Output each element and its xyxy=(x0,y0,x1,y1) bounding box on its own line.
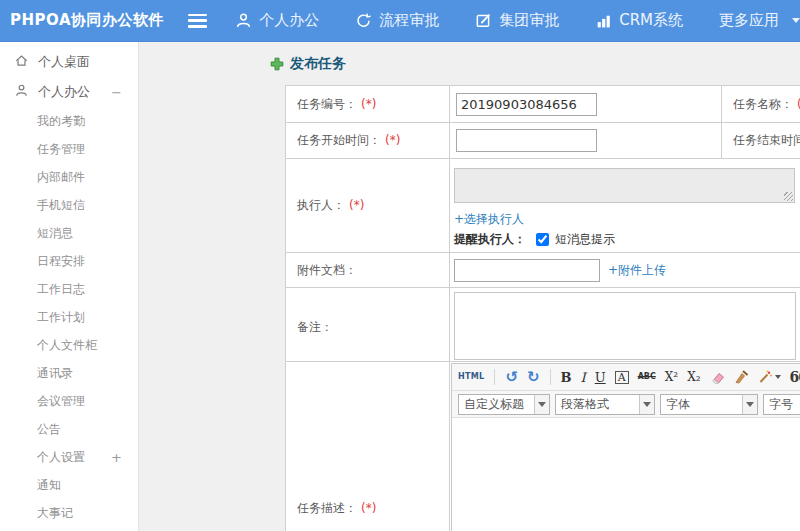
task-number-field-cell xyxy=(450,86,722,123)
underline-button[interactable]: U xyxy=(595,371,606,384)
collapse-icon[interactable]: − xyxy=(111,85,122,100)
resize-handle[interactable] xyxy=(784,192,793,201)
sidebar-item-label: 大事记 xyxy=(37,505,73,522)
task-number-label-cell: 任务编号：(*) xyxy=(286,86,450,123)
remark-field-cell xyxy=(450,288,800,368)
remind-executor-label: 提醒执行人： xyxy=(454,231,526,248)
sidebar-item-label: 任务管理 xyxy=(37,141,85,158)
font-family-select[interactable]: 字体 xyxy=(660,394,758,415)
end-time-label-cell: 任务结束时间：(*) xyxy=(722,123,800,159)
sidebar-item-announcement[interactable]: 公告 xyxy=(0,415,138,443)
nav-personal-office[interactable]: 个人办公 xyxy=(235,11,319,30)
expand-icon[interactable]: + xyxy=(111,450,122,465)
sidebar-item-notification[interactable]: 通知 xyxy=(0,471,138,499)
sidebar-item-label: 短消息 xyxy=(37,225,73,242)
sidebar-item-personal-office[interactable]: 个人办公 − xyxy=(0,77,138,107)
sidebar-item-my-attendance[interactable]: 我的考勤 xyxy=(0,107,138,135)
format-wand-icon[interactable] xyxy=(758,370,781,384)
task-name-label-cell: 任务名称：(*) xyxy=(722,86,800,123)
sms-notify-checkbox[interactable] xyxy=(536,233,549,246)
rich-text-editor: HTML ↺ ↻ B I U A ABC X² X₂ xyxy=(451,363,800,531)
font-size-select[interactable]: 字号 xyxy=(763,394,800,415)
task-number-input[interactable] xyxy=(456,93,597,116)
sidebar-item-label: 工作计划 xyxy=(37,309,85,326)
description-field-cell: HTML ↺ ↻ B I U A ABC X² X₂ xyxy=(450,362,800,531)
attachment-upload-link[interactable]: +附件上传 xyxy=(608,262,666,279)
top-nav: 个人办公 流程审批 集团审批 CRM系统 更多应用 xyxy=(235,11,800,30)
main-content: 发布任务 任务编号：(*) 任务名称：(*) xyxy=(140,42,800,531)
sidebar-item-mobile-sms[interactable]: 手机短信 xyxy=(0,191,138,219)
user-icon xyxy=(235,12,252,29)
html-source-button[interactable]: HTML xyxy=(458,373,484,381)
attachment-label-cell: 附件文档： xyxy=(286,253,450,288)
edit-square-icon xyxy=(475,12,492,29)
remark-textarea[interactable] xyxy=(454,292,796,360)
paragraph-format-select[interactable]: 段落格式 xyxy=(555,394,655,415)
custom-heading-select[interactable]: 自定义标题 xyxy=(458,394,550,415)
nav-label: 更多应用 xyxy=(719,11,779,30)
start-time-field-cell xyxy=(450,123,722,159)
sidebar-item-label: 个人办公 xyxy=(38,83,90,101)
sidebar-item-label: 个人设置 xyxy=(37,449,85,466)
subscript-button[interactable]: X₂ xyxy=(687,371,700,383)
task-description-table: 任务描述：(*) HTML ↺ ↻ B I U A xyxy=(285,361,800,531)
caret-down-icon xyxy=(742,395,757,414)
font-style-button[interactable]: A xyxy=(615,371,629,384)
task-form-table: 任务编号：(*) 任务名称：(*) 任务开始时间：(*) xyxy=(285,85,800,368)
blockquote-button[interactable]: 66 xyxy=(790,370,800,384)
format-brush-icon[interactable] xyxy=(734,370,749,384)
sidebar-item-contacts[interactable]: 通讯录 xyxy=(0,359,138,387)
sidebar-item-personal-desktop[interactable]: 个人桌面 xyxy=(0,47,138,77)
executor-label-cell: 执行人：(*) xyxy=(286,159,450,253)
nav-label: 个人办公 xyxy=(259,11,319,30)
remark-label-cell: 备注： xyxy=(286,288,450,368)
sidebar-item-news[interactable]: 新闻 xyxy=(0,527,138,531)
process-icon xyxy=(355,12,372,29)
sidebar-item-label: 公告 xyxy=(37,421,61,438)
hamburger-menu-icon[interactable] xyxy=(188,14,207,28)
executor-selection-box[interactable] xyxy=(454,168,795,203)
top-navigation-bar: PHPOA协同办公软件 个人办公 流程审批 集团审批 CRM系统 xyxy=(0,0,800,42)
sidebar-item-work-log[interactable]: 工作日志 xyxy=(0,275,138,303)
sidebar-item-major-events[interactable]: 大事记 xyxy=(0,499,138,527)
sidebar-item-meeting-management[interactable]: 会议管理 xyxy=(0,387,138,415)
strikethrough-button[interactable]: ABC xyxy=(638,373,656,381)
sidebar-item-short-message[interactable]: 短消息 xyxy=(0,219,138,247)
sidebar-item-personal-files[interactable]: 个人文件柜 xyxy=(0,331,138,359)
caret-down-icon xyxy=(775,375,781,379)
sidebar-item-work-plan[interactable]: 工作计划 xyxy=(0,303,138,331)
attachment-input[interactable] xyxy=(454,259,600,282)
sidebar-item-label: 通知 xyxy=(37,477,61,494)
nav-process-approval[interactable]: 流程审批 xyxy=(355,11,439,30)
sidebar-item-schedule[interactable]: 日程安排 xyxy=(0,247,138,275)
sidebar-item-label: 通讯录 xyxy=(37,365,73,382)
eraser-icon[interactable] xyxy=(710,371,725,384)
sidebar-item-label: 我的考勤 xyxy=(37,113,85,130)
app-logo: PHPOA协同办公软件 xyxy=(0,11,178,30)
editor-content-area[interactable] xyxy=(452,418,800,531)
required-mark: (*) xyxy=(361,97,376,111)
nav-label: 流程审批 xyxy=(379,11,439,30)
sidebar-item-label: 工作日志 xyxy=(37,281,85,298)
undo-button[interactable]: ↺ xyxy=(505,370,518,385)
editor-toolbar-row1: HTML ↺ ↻ B I U A ABC X² X₂ xyxy=(452,364,800,391)
sidebar-item-internal-mail[interactable]: 内部邮件 xyxy=(0,163,138,191)
choose-executor-link[interactable]: +选择执行人 xyxy=(454,212,524,226)
bold-button[interactable]: B xyxy=(561,371,572,384)
page-title: 发布任务 xyxy=(270,55,346,73)
sidebar: 个人桌面 个人办公 − 我的考勤 任务管理 内部邮件 手机短信 短消息 日程安排… xyxy=(0,42,139,531)
attachment-field-cell: +附件上传 xyxy=(450,253,800,288)
user-icon xyxy=(14,83,29,101)
redo-button[interactable]: ↻ xyxy=(527,370,540,385)
nav-crm-system[interactable]: CRM系统 xyxy=(595,11,683,30)
sidebar-item-label: 内部邮件 xyxy=(37,169,85,186)
italic-button[interactable]: I xyxy=(581,371,586,384)
nav-more-apps[interactable]: 更多应用 xyxy=(719,11,800,30)
sidebar-item-personal-settings[interactable]: 个人设置 + xyxy=(0,443,138,471)
executor-field-cell: +选择执行人 提醒执行人： 短消息提示 xyxy=(450,159,800,253)
start-time-input[interactable] xyxy=(456,129,597,152)
nav-group-approval[interactable]: 集团审批 xyxy=(475,11,559,30)
start-time-label-cell: 任务开始时间：(*) xyxy=(286,123,450,159)
superscript-button[interactable]: X² xyxy=(665,371,678,383)
sidebar-item-task-management[interactable]: 任务管理 xyxy=(0,135,138,163)
